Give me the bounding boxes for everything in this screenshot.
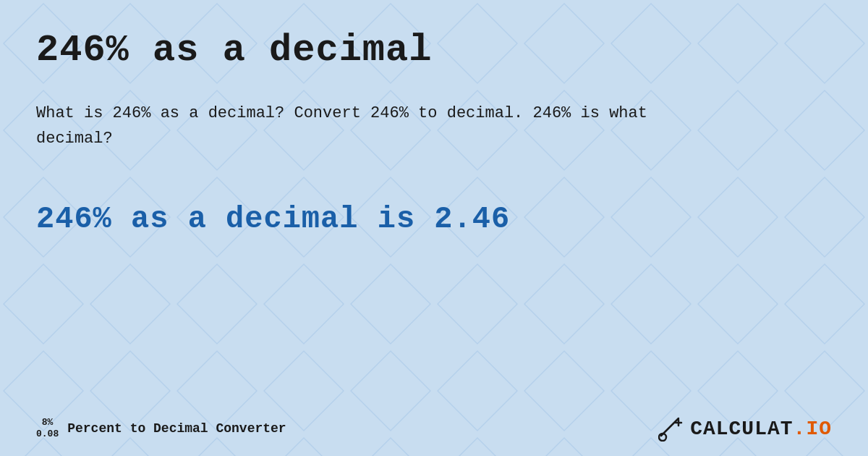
result-section: 246% as a decimal is 2.46: [36, 202, 832, 237]
description-text: What is 246% as a decimal? Convert 246% …: [36, 101, 687, 151]
page-content: 246% as a decimal What is 246% as a deci…: [0, 0, 868, 456]
result-text: 246% as a decimal is 2.46: [36, 202, 832, 237]
page-title: 246% as a decimal: [36, 29, 832, 72]
